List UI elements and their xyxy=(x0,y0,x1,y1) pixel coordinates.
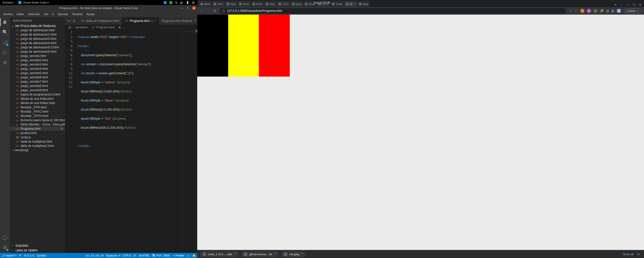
file-item[interactable]: <>tabla de multiplicar2.html xyxy=(10,144,65,148)
bell-icon[interactable]: 🔔 xyxy=(192,254,196,257)
sync-icon[interactable]: ⟳ xyxy=(19,254,21,257)
language-mode[interactable]: ⊕ HTML xyxy=(139,254,150,257)
menu-item[interactable]: Archivo xyxy=(2,12,14,16)
run-debug-icon[interactable]: ▷ xyxy=(2,49,8,55)
tray-icon[interactable] xyxy=(164,1,167,4)
browser-tab[interactable]: Minis xyxy=(199,1,212,7)
extension-icon[interactable] xyxy=(593,9,597,13)
browser-tab[interactable]: pruel xyxy=(290,1,303,7)
minimap[interactable] xyxy=(183,30,195,253)
browser-tab[interactable]: Tradu xyxy=(330,1,344,7)
browser-tab[interactable]: Dona xyxy=(237,1,251,7)
breadcrumb[interactable]: git› Javaolinto› <>Programa.html› ⊕... xyxy=(65,25,197,30)
accounts-icon[interactable]: ◯ xyxy=(2,234,8,240)
file-item[interactable]: <>tabla de multiplicar.html xyxy=(10,139,65,144)
close-button[interactable]: ✕ xyxy=(192,6,196,10)
show-all-button[interactable]: Show all xyxy=(623,253,633,256)
active-app[interactable]: Visual Studio Code ▾ xyxy=(18,1,49,4)
folder-item[interactable]: ›servidorgit xyxy=(10,148,65,152)
menu-item[interactable]: Editar xyxy=(15,12,26,16)
file-item[interactable]: <>Media de una fmilia.html xyxy=(10,96,65,101)
browser-tab[interactable]: Parti xyxy=(225,1,237,7)
file-item[interactable]: <>juego_secreto9.html xyxy=(10,88,65,92)
file-item[interactable]: ▲Olinto Mendez - Curso - Alura.pdf xyxy=(10,122,65,126)
menu-item[interactable]: Ir xyxy=(51,12,56,16)
prettier[interactable]: ✓ Prettier xyxy=(172,254,184,257)
menu-item[interactable]: Ver xyxy=(43,12,50,16)
extensions-icon[interactable]: ⊞ xyxy=(2,59,8,66)
file-item[interactable]: <>juego_secreto3.html xyxy=(10,62,65,67)
chevron-up-icon[interactable]: ⌃ xyxy=(234,252,236,256)
file-item[interactable]: <>juego de adivinacion2.html xyxy=(10,32,65,37)
maximize-button[interactable]: ☐ xyxy=(186,6,190,10)
clock[interactable]: Aug 13 03:30 xyxy=(314,1,330,4)
reading-list-icon[interactable]: ▥ xyxy=(606,9,609,13)
file-item[interactable]: JSscript.js xyxy=(10,135,65,139)
file-item[interactable]: <>juego de adivinacion5.html xyxy=(10,49,65,54)
system-tray[interactable]: ⇅ 🔊 🔋 ⏻ xyxy=(164,1,195,4)
browser-tab[interactable]: 127.0 xyxy=(277,1,290,7)
search-icon[interactable]: 🔍 xyxy=(2,29,8,35)
download-item[interactable]: github-recove....txt⌃ xyxy=(241,251,279,257)
file-item[interactable]: <>juego_secreto2.html xyxy=(10,58,65,62)
tab-search-icon[interactable]: ⌄ xyxy=(620,3,623,7)
indent[interactable]: Espacios: 4 xyxy=(106,254,120,257)
close-downloads-button[interactable]: ✕ xyxy=(635,252,641,256)
power-icon[interactable]: ⏻ xyxy=(192,1,195,4)
file-item[interactable]: <>juego_secreto6.html xyxy=(10,75,65,79)
download-item[interactable]: me.jpeg⌃ xyxy=(281,251,306,257)
file-item[interactable]: <>prueba.html xyxy=(10,131,65,135)
cursor-pos[interactable]: Lín. 13, col. 14 xyxy=(85,254,103,257)
file-item[interactable]: <>juego_secreto4.html xyxy=(10,67,65,71)
overview-ruler[interactable] xyxy=(195,30,197,253)
file-item[interactable]: <>Numeros pares hasta el 100.html xyxy=(10,118,65,122)
file-item[interactable]: <>juego_secreto8.html xyxy=(10,84,65,88)
extension-icon[interactable] xyxy=(580,9,584,13)
file-item[interactable]: <>juego_secreto5.html xyxy=(10,71,65,75)
chevron-up-icon[interactable]: ⌃ xyxy=(301,252,303,256)
editor-tab[interactable]: <>1L xyxy=(65,17,78,25)
reload-button[interactable]: ⟳ xyxy=(213,9,216,13)
file-item[interactable]: <>Media de una fmilia2.html xyxy=(10,101,65,105)
profile-avatar[interactable] xyxy=(617,9,621,13)
quokka[interactable]: Quokka xyxy=(37,254,46,257)
side-panel-icon[interactable]: ◧ xyxy=(612,9,614,13)
extension-icon[interactable] xyxy=(587,9,591,13)
timeline-section[interactable]: LÍNEA DE TIEMPO xyxy=(10,248,65,253)
chevron-up-icon[interactable]: ⌃ xyxy=(274,252,276,256)
network-icon[interactable]: ⇅ xyxy=(175,1,177,4)
editor-tab[interactable]: <>tabla de multiplicar2.html xyxy=(78,17,122,25)
file-item[interactable]: <>juego_secreto.html xyxy=(10,54,65,58)
share-icon[interactable]: ⇪ xyxy=(569,9,572,13)
tray-icon[interactable] xyxy=(169,1,173,4)
browser-tab[interactable]: Num xyxy=(264,1,276,7)
address-bar[interactable]: ⓘ 127.0.0.1:5500/Javaolinto/Programa.htm… xyxy=(219,8,566,14)
file-item[interactable]: <>Mundial _FIFA2.html xyxy=(10,109,65,114)
extensions-icon[interactable]: 🧩 xyxy=(600,9,604,13)
explorer-icon[interactable]: 🗎 xyxy=(2,19,8,25)
site-info-icon[interactable]: ⓘ xyxy=(222,9,225,13)
browser-tab[interactable]: Servi xyxy=(212,1,225,7)
menu-item[interactable]: Ayuda xyxy=(85,12,96,16)
browser-tab[interactable]: Dona xyxy=(251,1,264,7)
file-item[interactable]: <>juego de adivinacion4.html xyxy=(10,41,65,45)
eol[interactable]: LF xyxy=(133,254,137,257)
close-window-button[interactable]: ✕ xyxy=(639,3,641,7)
feedback-icon[interactable]: ☺ xyxy=(187,254,190,257)
file-item[interactable]: <>juego de adivinacion.html xyxy=(10,28,65,32)
new-tab-button[interactable]: + xyxy=(614,3,617,7)
menu-item[interactable]: Ejecutar xyxy=(56,12,69,16)
file-item[interactable]: <>logica de programacion1.html xyxy=(10,92,65,96)
download-item[interactable]: code_1.70.1-....deb⌃ xyxy=(200,251,239,257)
outline-section[interactable]: ESQUEMA xyxy=(10,243,65,248)
bookmark-icon[interactable]: ☆ xyxy=(575,9,577,13)
volume-icon[interactable]: 🔊 xyxy=(180,1,183,4)
editor-tab[interactable]: <>Programa.htmlA× xyxy=(122,17,159,25)
browser-tab[interactable]: band xyxy=(357,1,370,7)
workspace-header[interactable]: SIN TÍTULO (ÁREA DE TRABAJO) xyxy=(10,24,65,28)
file-item[interactable]: <>Mundial _FIFA.html xyxy=(10,105,65,109)
file-item[interactable]: <>juego_secreto7.html xyxy=(10,79,65,84)
minimize-button[interactable]: — xyxy=(180,6,184,10)
close-tab-icon[interactable]: × xyxy=(154,19,156,23)
editor-tab[interactable]: Programa.html (Índice)⛉ xyxy=(159,17,199,25)
